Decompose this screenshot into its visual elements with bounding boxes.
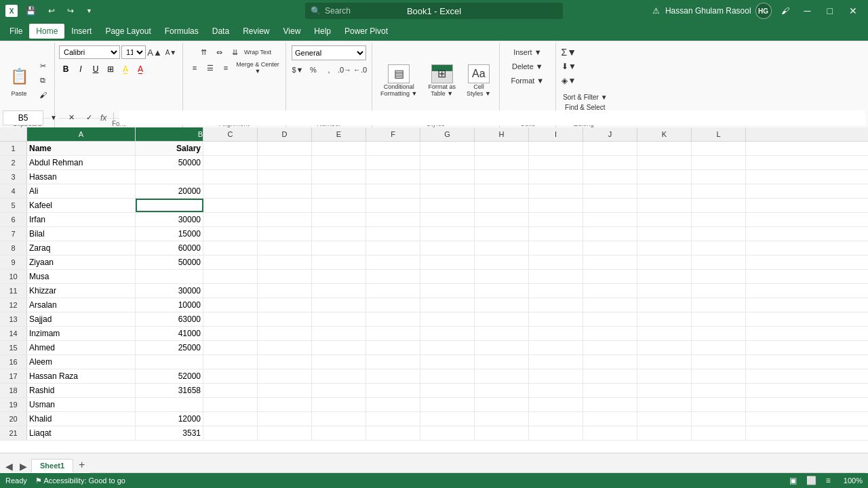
cell-b10[interactable] [136,270,203,283]
row-num-2[interactable]: 2 [0,156,27,169]
paint-button[interactable]: 🖌 [777,5,793,17]
cell-k13[interactable] [637,312,692,326]
cell-l7[interactable] [692,227,746,241]
comma-button[interactable]: , [321,63,336,77]
cell-i9[interactable] [529,256,583,269]
col-header-b[interactable]: B [136,127,203,141]
cell-d17[interactable] [258,369,312,383]
cell-i5[interactable] [529,199,583,212]
row-num-15[interactable]: 15 [0,341,27,354]
cell-e3[interactable] [312,170,366,184]
format-as-table-button[interactable]: ⊞ Format asTable ▼ [424,62,460,100]
cell-b13[interactable]: 63000 [136,312,203,326]
cell-g4[interactable] [420,184,475,198]
cell-g15[interactable] [420,341,475,354]
cell-f20[interactable] [366,412,420,426]
row-num-11[interactable]: 11 [0,284,27,298]
cell-c1[interactable] [203,142,258,155]
cell-a4[interactable]: Ali [27,184,136,198]
align-left-button[interactable]: ≡ [187,61,202,75]
menu-data[interactable]: Data [205,24,236,39]
copy-button[interactable]: ⧉ [35,74,50,87]
cell-i3[interactable] [529,170,583,184]
cell-d20[interactable] [258,412,312,426]
cell-i11[interactable] [529,284,583,298]
cell-j19[interactable] [583,398,637,411]
cell-c20[interactable] [203,412,258,426]
cell-a10[interactable]: Musa [27,270,136,283]
cell-k8[interactable] [637,241,692,255]
cell-e6[interactable] [312,213,366,226]
cell-g8[interactable] [420,241,475,255]
cell-e14[interactable] [312,327,366,340]
cell-a2[interactable]: Abdul Rehman [27,156,136,169]
cell-a18[interactable]: Rashid [27,384,136,397]
col-header-j[interactable]: J [583,127,637,141]
cell-b6[interactable]: 30000 [136,213,203,226]
bold-button[interactable]: B [59,62,73,76]
cell-c4[interactable] [203,184,258,198]
cell-i12[interactable] [529,298,583,312]
border-button[interactable]: ⊞ [104,62,117,76]
cell-reference-box[interactable] [3,110,43,125]
cell-g21[interactable] [420,426,475,440]
cell-l21[interactable] [692,426,746,440]
row-num-21[interactable]: 21 [0,426,27,440]
save-button[interactable]: 💾 [22,5,40,17]
cell-c7[interactable] [203,227,258,241]
cell-l4[interactable] [692,184,746,198]
cell-e1[interactable] [312,142,366,155]
cell-f1[interactable] [366,142,420,155]
cell-c6[interactable] [203,213,258,226]
conditional-formatting-button[interactable]: ▤ ConditionalFormatting ▼ [376,62,421,100]
row-num-7[interactable]: 7 [0,227,27,241]
cell-c10[interactable] [203,270,258,283]
cell-b21[interactable]: 3531 [136,426,203,440]
font-size-selector[interactable]: 11 [121,45,146,59]
cell-e7[interactable] [312,227,366,241]
cell-j2[interactable] [583,156,637,169]
cell-k10[interactable] [637,270,692,283]
cell-f18[interactable] [366,384,420,397]
formula-input[interactable] [119,110,865,125]
cell-j12[interactable] [583,298,637,312]
cell-e4[interactable] [312,184,366,198]
cell-i18[interactable] [529,384,583,397]
cell-h18[interactable] [475,384,529,397]
cell-b3[interactable] [136,170,203,184]
cell-j14[interactable] [583,327,637,340]
cell-a20[interactable]: Khalid [27,412,136,426]
align-middle-button[interactable]: ⇔ [212,45,226,59]
cell-j7[interactable] [583,227,637,241]
cell-f5[interactable] [366,199,420,212]
cell-h14[interactable] [475,327,529,340]
cell-b16[interactable] [136,355,203,369]
cell-g3[interactable] [420,170,475,184]
cell-k16[interactable] [637,355,692,369]
row-num-12[interactable]: 12 [0,298,27,312]
percent-button[interactable]: % [306,63,321,77]
cell-l9[interactable] [692,256,746,269]
cell-e5[interactable] [312,199,366,212]
cell-g10[interactable] [420,270,475,283]
cell-l19[interactable] [692,398,746,411]
cell-k7[interactable] [637,227,692,241]
cell-h4[interactable] [475,184,529,198]
row-num-13[interactable]: 13 [0,312,27,326]
cell-f9[interactable] [366,256,420,269]
cell-k18[interactable] [637,384,692,397]
cell-c14[interactable] [203,327,258,340]
cell-g5[interactable] [420,199,475,212]
cell-a9[interactable]: Ziyaan [27,256,136,269]
cell-f19[interactable] [366,398,420,411]
cell-k2[interactable] [637,156,692,169]
cell-k4[interactable] [637,184,692,198]
cell-h3[interactable] [475,170,529,184]
cell-g19[interactable] [420,398,475,411]
cell-i10[interactable] [529,270,583,283]
cell-e11[interactable] [312,284,366,298]
cell-l2[interactable] [692,156,746,169]
cell-i2[interactable] [529,156,583,169]
cell-b12[interactable]: 10000 [136,298,203,312]
confirm-formula-button[interactable]: ✓ [81,111,96,125]
